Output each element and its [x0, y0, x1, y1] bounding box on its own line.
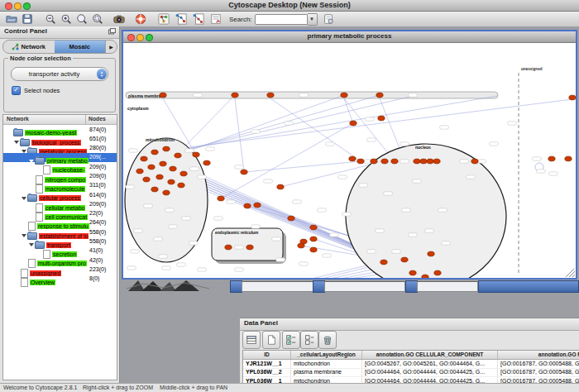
node-count: 209(0): [89, 201, 106, 207]
resize-grip[interactable]: [564, 268, 576, 278]
search-input[interactable]: [255, 14, 308, 25]
table-row[interactable]: YPL036W__2plasma membrane[GO:0044464, GO…: [243, 369, 579, 378]
tree-row[interactable]: primary metabo209(...: [3, 153, 117, 162]
network-desktop: primary metabolic process plasma membran…: [120, 26, 579, 383]
tree-row[interactable]: mosaic-demo-yeast874(0): [3, 125, 117, 134]
tab-mosaic[interactable]: Mosaic: [55, 41, 106, 53]
node-count: 41(0): [89, 247, 103, 253]
cell-cc: [GO:0045267, GO:0045261, GO:0044464, G..…: [362, 360, 498, 368]
status-pan-hint: Middle-click + drag to PAN: [160, 385, 227, 390]
float-panel-icon[interactable]: [108, 28, 116, 35]
tree-row[interactable]: unassigned223(0): [3, 265, 117, 274]
toolbar-icons: [0, 12, 223, 26]
node-count: 558(0): [89, 229, 106, 235]
column-header[interactable]: annotation.GO MOLECULAR_FUNCTION: [498, 351, 579, 359]
compartment-plasma-membrane: [126, 92, 498, 98]
select-attributes-icon[interactable]: [282, 331, 300, 349]
cell-mf: [GO:0016787, GO:0005488, GO:0005215, G..…: [498, 369, 579, 377]
zoom-fit-icon[interactable]: [75, 12, 89, 26]
search-options-icon[interactable]: [322, 12, 335, 26]
tab-overflow-arrow[interactable]: ▶: [105, 41, 117, 53]
create-view-icon[interactable]: [175, 12, 188, 26]
tree-row[interactable]: response to stimulu264(0): [3, 218, 117, 227]
select-nodes-checkbox[interactable]: ✓: [12, 86, 21, 95]
background-window-edge[interactable]: [324, 281, 405, 292]
background-window-edge[interactable]: [417, 281, 478, 292]
control-panel-tabs: Network Mosaic ▶: [2, 40, 117, 54]
background-window-edge[interactable]: [242, 281, 313, 292]
search-label: Search:: [229, 16, 252, 23]
node-count: 280(0): [89, 145, 106, 151]
delete-attribute-icon[interactable]: [318, 331, 337, 349]
file-icon: [21, 278, 28, 287]
background-window-corner[interactable]: [405, 280, 418, 293]
background-window-corner[interactable]: [313, 280, 325, 293]
node-count: 264(0): [89, 219, 106, 225]
network-canvas[interactable]: plasma membranecytoplasmmitochondrionnuc…: [123, 43, 576, 278]
data-panel-toolbar: f(x): [242, 329, 579, 350]
network-tree: Network Nodes mosaic-demo-yeast874(0)bio…: [2, 114, 117, 380]
background-window-titlebar[interactable]: [478, 280, 579, 293]
background-windows: [120, 280, 579, 291]
cell-cc: [GO:0044464, GO:0044444, GO:0044425, G..…: [362, 369, 498, 377]
network-view-title: primary metabolic process: [123, 32, 576, 40]
tree-row[interactable]: secretion41(0): [3, 246, 117, 256]
unselect-attributes-icon[interactable]: [300, 331, 318, 349]
select-nodes-label: Select nodes: [24, 87, 60, 94]
window-title: Cytoscape Desktop (New Session): [0, 1, 579, 9]
node-count: 614(0): [89, 192, 106, 198]
background-window-corner[interactable]: [230, 280, 242, 293]
background-network-fragment: [127, 280, 222, 291]
tree-row[interactable]: biological_process651(0): [3, 134, 117, 143]
tree-row[interactable]: Overview8(0): [3, 275, 117, 284]
node-count: 22(0): [89, 210, 103, 216]
table-row[interactable]: YJR121W__1mitochondrion[GO:0045267, GO:0…: [243, 360, 579, 369]
node-count: 874(0): [89, 127, 106, 132]
network-overview-icon[interactable]: [157, 12, 170, 26]
tree-column-network[interactable]: Network: [7, 116, 29, 122]
tree-row[interactable]: multi-organism pro42(0): [3, 256, 117, 265]
snapshot-icon[interactable]: [112, 12, 126, 26]
annotation-icon[interactable]: [209, 12, 223, 26]
node-count: 651(0): [89, 136, 106, 141]
tree-row[interactable]: establishment of lo558(0): [3, 227, 117, 237]
tree-row[interactable]: transport558(0): [3, 237, 117, 246]
tree-row[interactable]: cellular metabo209(0): [3, 199, 117, 208]
network-tab-icon: [12, 43, 19, 50]
search-dropdown-arrow[interactable]: ▼: [308, 13, 318, 26]
network-graph: plasma membranecytoplasmmitochondrionnuc…: [123, 43, 576, 278]
cell-mf: [GO:0016787, GO:0005488, GO:0005215, G..…: [498, 360, 579, 368]
open-icon[interactable]: [5, 12, 18, 26]
tree-row[interactable]: macromolecule311(0): [3, 181, 117, 190]
tree-row[interactable]: metabolic process280(0): [3, 144, 117, 153]
cell-id: YPL036W__2: [243, 369, 291, 377]
status-zoom-hint: Right-click + drag to ZOOM: [83, 385, 153, 390]
er-label: endoplasmic reticulum: [215, 231, 258, 235]
zoom-selected-icon[interactable]: [91, 12, 104, 26]
group-legend: Node color selection: [8, 55, 73, 62]
status-bar: Welcome to Cytoscape 2.8.1 Right-click +…: [0, 383, 579, 392]
zoom-out-icon[interactable]: [44, 12, 57, 26]
cytoscape-desktop: Cytoscape Desktop (New Session) Search: …: [0, 0, 579, 392]
tree-row[interactable]: nitrogen compo209(0): [3, 171, 117, 180]
help-icon[interactable]: [134, 12, 147, 26]
tree-row[interactable]: cell communicat22(0): [3, 209, 117, 218]
data-panel-title: Data Panel: [244, 319, 278, 327]
tree-row[interactable]: cellular process614(0): [3, 190, 117, 199]
column-header[interactable]: _cellularLayoutRegion: [291, 351, 362, 359]
column-header[interactable]: annotation.GO CELLULAR_COMPONENT: [362, 351, 498, 359]
table-mode-icon[interactable]: [242, 331, 261, 349]
save-icon[interactable]: [21, 12, 34, 26]
tab-network[interactable]: Network: [3, 41, 55, 53]
data-panel: Data Panel f(x) ID_cellularLayoutRegiona…: [240, 318, 579, 392]
node-color-dropdown[interactable]: transporter activity ▲▼: [11, 67, 108, 81]
destroy-view-icon[interactable]: [192, 12, 205, 26]
zoom-in-icon[interactable]: [60, 12, 73, 26]
node-count: 223(0): [89, 266, 106, 272]
cytoplasm-label: cytoplasm: [127, 106, 149, 111]
tree-row[interactable]: nucleobase-209(0): [3, 162, 117, 171]
tree-column-nodes[interactable]: Nodes: [89, 116, 106, 122]
status-welcome: Welcome to Cytoscape 2.8.1: [3, 385, 77, 390]
new-attribute-icon[interactable]: [262, 331, 280, 349]
column-header[interactable]: ID: [243, 351, 291, 359]
